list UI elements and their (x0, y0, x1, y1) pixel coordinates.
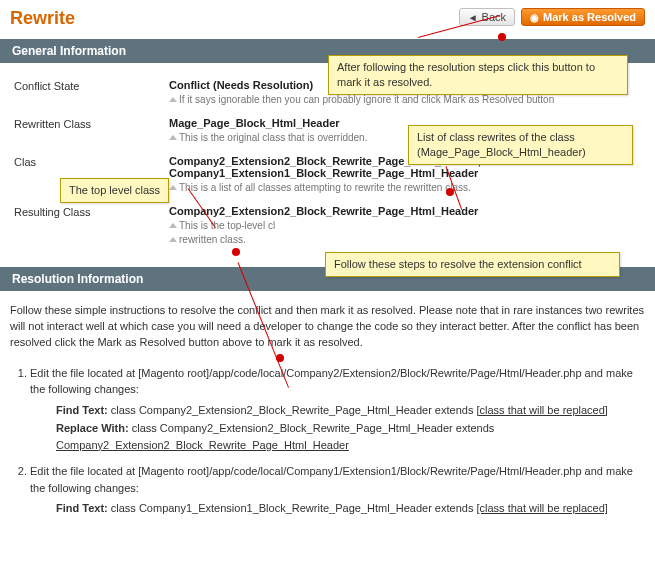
hint-conflict-state: If it says ignorable then you can probab… (169, 94, 641, 105)
resolution-step: Edit the file located at [Magento root]/… (30, 463, 645, 517)
pointer-dot-icon (498, 33, 506, 41)
resolve-circle-icon: ◉ (530, 12, 539, 23)
callout-class-rewrite-list: List of class rewrites of the class (Mag… (408, 125, 633, 165)
row-resulting-class: Resulting Class Company2_Extension2_Bloc… (10, 199, 645, 251)
mark-resolved-label: Mark as Resolved (543, 11, 636, 23)
resolution-step: Edit the file located at [Magento root]/… (30, 365, 645, 454)
replace-label: Replace With: (56, 422, 129, 434)
label-rewritten-class: Rewritten Class (14, 117, 169, 130)
mark-resolved-button[interactable]: ◉ Mark as Resolved (521, 8, 645, 26)
callout-follow-steps: Follow these steps to resolve the extens… (325, 252, 620, 277)
find-label: Find Text: (56, 502, 108, 514)
hint-resulting-class-post: rewritten class. (169, 234, 641, 245)
resolution-intro: Follow these simple instructions to reso… (0, 297, 655, 361)
hint-class-rewrites: This is a list of all classes attempting… (169, 182, 641, 193)
step-text: Edit the file located at [Magento root]/… (30, 367, 633, 396)
label-class-rewrites: Clas (14, 155, 169, 168)
callout-mark-resolved: After following the resolution steps cli… (328, 55, 628, 95)
replace-value-link[interactable]: Company2_Extension2_Block_Rewrite_Page_H… (56, 439, 349, 451)
find-value-link[interactable]: [class that will be replaced] (476, 404, 607, 416)
page-title: Rewrite (10, 8, 75, 29)
find-value-link[interactable]: [class that will be replaced] (476, 502, 607, 514)
pointer-dot-icon (232, 248, 240, 256)
label-conflict-state: Conflict State (14, 79, 169, 92)
value-resulting-class: Company2_Extension2_Block_Rewrite_Page_H… (169, 205, 641, 217)
find-value-pre: class Company1_Extension1_Block_Rewrite_… (111, 502, 477, 514)
resolution-steps: Edit the file located at [Magento root]/… (30, 365, 645, 517)
label-resulting-class: Resulting Class (14, 205, 169, 218)
header-actions: ◄ Back ◉ Mark as Resolved (459, 8, 645, 26)
replace-value-pre: class Company2_Extension2_Block_Rewrite_… (132, 422, 495, 434)
callout-top-level-class: The top level class (60, 178, 169, 203)
find-label: Find Text: (56, 404, 108, 416)
hint-resulting-class-pre: This is the top-level cl (169, 220, 641, 231)
step-text: Edit the file located at [Magento root]/… (30, 465, 633, 494)
find-value-pre: class Company2_Extension2_Block_Rewrite_… (111, 404, 477, 416)
